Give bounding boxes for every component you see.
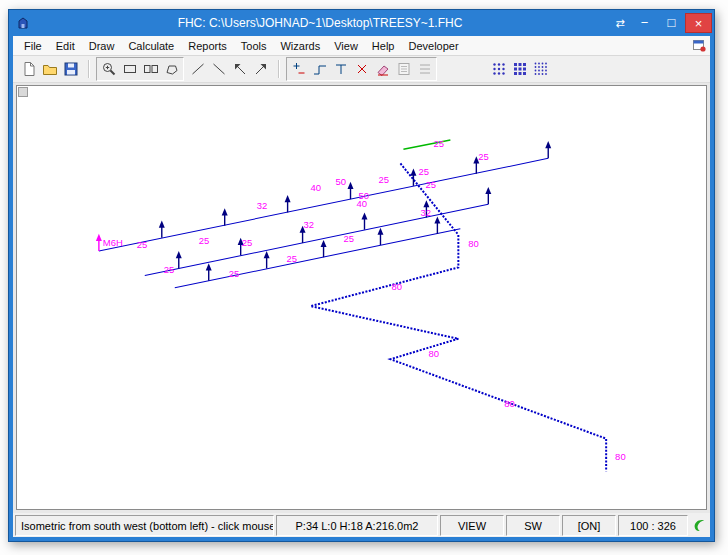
pipe-size-label: 80 bbox=[391, 281, 402, 292]
pipe-size-label: 80 bbox=[428, 348, 439, 359]
app-window: FHC: C:\Users\JOHNAD~1\Desktop\TREESY~1.… bbox=[8, 9, 715, 542]
sprinkler-head-icon[interactable] bbox=[206, 263, 212, 270]
toolbar-group bbox=[286, 57, 437, 81]
sprinkler-head-icon[interactable] bbox=[176, 251, 182, 258]
menu-item-reports[interactable]: Reports bbox=[181, 36, 234, 55]
toolbar bbox=[13, 56, 710, 83]
sprinkler-head-icon[interactable] bbox=[545, 141, 551, 148]
pipe-size-label: 25 bbox=[229, 268, 240, 279]
toolbar-separator bbox=[278, 60, 280, 78]
menu-item-wizards[interactable]: Wizards bbox=[273, 36, 327, 55]
pipe-size-label: 25 bbox=[433, 138, 444, 149]
sprinkler-head-icon[interactable] bbox=[485, 187, 491, 194]
canvas-corner-box bbox=[18, 87, 28, 97]
zoom-icon[interactable] bbox=[98, 59, 119, 79]
menu-item-help[interactable]: Help bbox=[365, 36, 402, 55]
grid-dense-icon[interactable] bbox=[530, 59, 551, 79]
pipe-edit-icon[interactable] bbox=[372, 59, 393, 79]
pipe-size-label: 25 bbox=[287, 253, 298, 264]
pipe-size-label: 25 bbox=[478, 151, 489, 162]
pipe-add-remove-icon[interactable] bbox=[288, 59, 309, 79]
pipe-size-label: 40 bbox=[311, 182, 322, 193]
close-button[interactable]: × bbox=[685, 13, 712, 33]
toolbar-group bbox=[96, 57, 184, 81]
pipe-line[interactable] bbox=[311, 163, 607, 471]
minimize-button[interactable]: − bbox=[631, 13, 658, 33]
calc-sheet-icon[interactable] bbox=[393, 59, 414, 79]
pipe-size-label: 32 bbox=[304, 219, 315, 230]
menu-item-developer[interactable]: Developer bbox=[401, 36, 465, 55]
menu-item-file[interactable]: File bbox=[17, 36, 49, 55]
pipe-size-label: 32 bbox=[420, 207, 431, 218]
pipe-size-label: 80 bbox=[615, 451, 626, 462]
status-ok-icon bbox=[690, 515, 708, 536]
pipe-tee-icon[interactable] bbox=[330, 59, 351, 79]
draw-rectangle-icon[interactable] bbox=[119, 59, 140, 79]
toolbar-group bbox=[487, 58, 552, 80]
pipe-delete-icon[interactable] bbox=[351, 59, 372, 79]
draw-polygon-icon[interactable] bbox=[161, 59, 182, 79]
menu-bar: FileEditDrawCalculateReportsToolsWizards… bbox=[13, 36, 710, 56]
new-file-icon[interactable] bbox=[18, 59, 39, 79]
sprinkler-head-icon[interactable] bbox=[264, 251, 270, 258]
pipe-riser-icon[interactable] bbox=[309, 59, 330, 79]
double-arrow-icon[interactable]: ⇄ bbox=[609, 13, 631, 33]
pipe-size-label: 80 bbox=[468, 238, 479, 249]
pipe-size-label: M6H bbox=[103, 237, 123, 248]
toolbar-separator bbox=[88, 60, 90, 78]
save-icon[interactable] bbox=[60, 59, 81, 79]
sprinkler-head-icon[interactable] bbox=[377, 228, 383, 235]
pipe-line[interactable] bbox=[99, 158, 548, 251]
sprinkler-head-icon[interactable] bbox=[96, 234, 102, 241]
sprinkler-head-icon[interactable] bbox=[159, 221, 165, 228]
calc-list-icon[interactable] bbox=[414, 59, 435, 79]
sprinkler-head-icon[interactable] bbox=[321, 240, 327, 247]
open-file-icon[interactable] bbox=[39, 59, 60, 79]
grid-blocks-icon[interactable] bbox=[509, 59, 530, 79]
menu-item-tools[interactable]: Tools bbox=[234, 36, 274, 55]
maximize-button[interactable]: □ bbox=[658, 13, 685, 33]
pipe-size-label: 50 bbox=[336, 176, 347, 187]
status-panel-1: P:34 L:0 H:18 A:216.0m2 bbox=[276, 515, 438, 536]
title-bar[interactable]: FHC: C:\Users\JOHNAD~1\Desktop\TREESY~1.… bbox=[9, 10, 714, 36]
draw-line-se-icon[interactable] bbox=[208, 59, 229, 79]
sprinkler-head-icon[interactable] bbox=[423, 200, 429, 207]
status-panel-2: VIEW bbox=[440, 515, 504, 536]
status-panel-0: Isometric from south west (bottom left) … bbox=[15, 515, 274, 536]
draw-double-rectangle-icon[interactable] bbox=[140, 59, 161, 79]
pipe-size-label: 25 bbox=[378, 174, 389, 185]
pipe-drawing[interactable]: M6H2525252525322532402550405025253225252… bbox=[17, 86, 706, 509]
menu-corner-icon[interactable] bbox=[693, 39, 706, 52]
menu-item-view[interactable]: View bbox=[327, 36, 365, 55]
menu-item-calculate[interactable]: Calculate bbox=[121, 36, 181, 55]
status-panel-4: [ON] bbox=[562, 515, 616, 536]
pipe-line[interactable] bbox=[145, 204, 489, 275]
pipe-size-label: 25 bbox=[344, 233, 355, 244]
grid-dots-icon[interactable] bbox=[488, 59, 509, 79]
pipe-size-label: 25 bbox=[199, 235, 210, 246]
pipe-size-label: 80 bbox=[504, 398, 515, 409]
menu-item-draw[interactable]: Draw bbox=[82, 36, 122, 55]
pipe-size-label: 32 bbox=[257, 200, 268, 211]
app-icon bbox=[15, 15, 31, 31]
toolbar-group bbox=[17, 58, 82, 80]
pipe-size-label: 25 bbox=[137, 239, 148, 250]
sprinkler-head-icon[interactable] bbox=[410, 169, 416, 176]
arrow-ne-icon[interactable] bbox=[250, 59, 271, 79]
sprinkler-head-icon[interactable] bbox=[222, 208, 228, 215]
sprinkler-head-icon[interactable] bbox=[285, 195, 291, 202]
mdi-client-area: M6H2525252525322532402550405025253225252… bbox=[13, 83, 710, 513]
draw-line-ne-icon[interactable] bbox=[187, 59, 208, 79]
window-title: FHC: C:\Users\JOHNAD~1\Desktop\TREESY~1.… bbox=[31, 16, 609, 30]
pipe-size-label: 25 bbox=[242, 237, 253, 248]
pipe-size-label: 25 bbox=[425, 179, 436, 190]
sprinkler-head-icon[interactable] bbox=[348, 182, 354, 189]
toolbar-group bbox=[186, 58, 272, 80]
status-panel-3: SW bbox=[506, 515, 560, 536]
arrow-nw-icon[interactable] bbox=[229, 59, 250, 79]
sprinkler-head-icon[interactable] bbox=[362, 212, 368, 219]
sprinkler-head-icon[interactable] bbox=[434, 216, 440, 223]
drawing-canvas[interactable]: M6H2525252525322532402550405025253225252… bbox=[16, 85, 707, 510]
menu-item-edit[interactable]: Edit bbox=[49, 36, 82, 55]
status-bar: Isometric from south west (bottom left) … bbox=[13, 513, 710, 537]
